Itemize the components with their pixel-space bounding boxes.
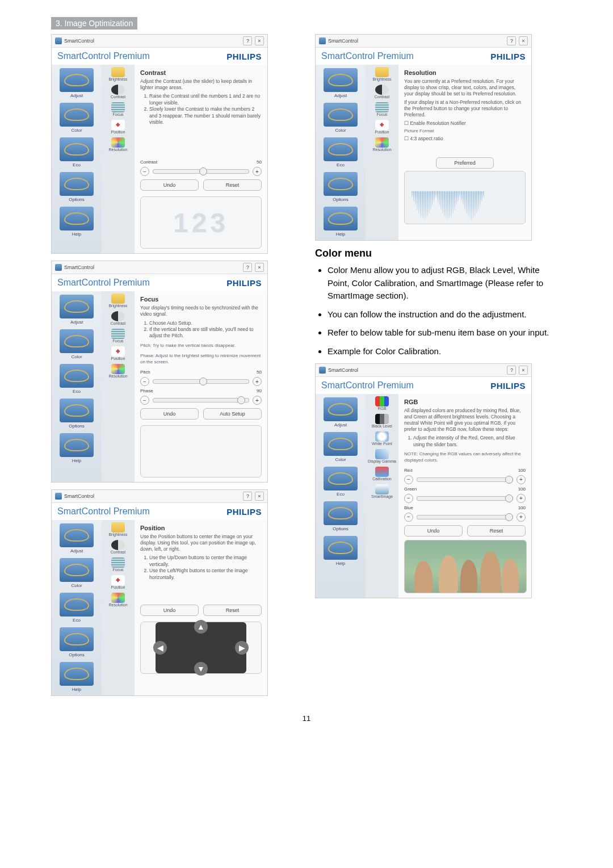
phase-label: Phase: [140, 388, 163, 393]
gamma-icon[interactable]: [375, 449, 389, 459]
reset-button[interactable]: Reset: [203, 179, 262, 191]
phase-slider[interactable]: [153, 398, 249, 402]
help-icon[interactable]: ?: [507, 36, 516, 45]
sidebar-options[interactable]: Options: [69, 423, 85, 429]
close-icon[interactable]: ×: [255, 36, 264, 45]
position-icon[interactable]: ✥: [111, 575, 125, 585]
sidebar-options[interactable]: Options: [333, 526, 349, 531]
sidebar-options[interactable]: Options: [69, 652, 85, 657]
preferred-button[interactable]: Preferred: [436, 157, 494, 169]
blue-slider[interactable]: [417, 515, 513, 519]
sidebar-help[interactable]: Help: [72, 687, 81, 692]
plus-button[interactable]: +: [517, 513, 526, 522]
focus-icon[interactable]: [111, 329, 125, 339]
undo-button[interactable]: Undo: [140, 408, 199, 420]
sidebar-eco[interactable]: Eco: [73, 389, 81, 394]
picture-format-label: Picture Format: [404, 128, 526, 134]
plus-button[interactable]: +: [253, 396, 262, 405]
resolution-icon[interactable]: [111, 593, 125, 603]
brightness-icon[interactable]: [111, 67, 125, 77]
focus-lead: Your display's timing needs to be synchr…: [140, 305, 262, 317]
sidebar-help[interactable]: Help: [72, 232, 81, 237]
focus-icon[interactable]: [111, 557, 125, 568]
sidebar-eco[interactable]: Eco: [337, 162, 345, 167]
close-icon[interactable]: ×: [519, 366, 528, 375]
close-icon[interactable]: ×: [519, 36, 528, 45]
brightness-icon[interactable]: [111, 522, 125, 532]
minus-button[interactable]: −: [404, 513, 413, 522]
sidebar-help[interactable]: Help: [336, 561, 345, 566]
down-button[interactable]: ▼: [194, 662, 208, 676]
white-point-icon[interactable]: [375, 431, 389, 442]
black-level-icon[interactable]: [375, 414, 389, 424]
close-icon[interactable]: ×: [255, 263, 264, 272]
undo-button[interactable]: Undo: [140, 605, 199, 616]
help-icon[interactable]: ?: [243, 263, 252, 272]
up-button[interactable]: ▲: [194, 620, 208, 634]
sidebar-color[interactable]: Color: [71, 583, 82, 588]
contrast-slider[interactable]: [153, 169, 249, 174]
sidebar-options[interactable]: Options: [69, 197, 85, 202]
red-slider[interactable]: [417, 477, 513, 482]
undo-button[interactable]: Undo: [404, 525, 463, 536]
sidebar-adjust[interactable]: Adjust: [70, 320, 83, 325]
plus-button[interactable]: +: [517, 475, 526, 484]
sidebar-color[interactable]: Color: [71, 354, 82, 359]
contrast-icon[interactable]: [375, 85, 389, 95]
contrast-lead: Adjust the Contrast (use the slider) to …: [140, 78, 262, 91]
sidebar-eco[interactable]: Eco: [73, 618, 81, 623]
contrast-icon[interactable]: [111, 85, 125, 95]
contrast-icon[interactable]: [111, 540, 125, 550]
plus-button[interactable]: +: [517, 494, 526, 503]
sidebar-adjust[interactable]: Adjust: [70, 548, 83, 553]
sidebar-adjust[interactable]: Adjust: [334, 422, 347, 427]
rgb-icon[interactable]: [375, 396, 389, 406]
calibration-icon[interactable]: [375, 467, 389, 477]
help-icon[interactable]: ?: [243, 36, 252, 45]
undo-button[interactable]: Undo: [140, 179, 199, 191]
sidebar-help[interactable]: Help: [72, 458, 81, 463]
sidebar-eco[interactable]: Eco: [73, 162, 81, 167]
sidebar-color[interactable]: Color: [335, 128, 346, 133]
brightness-icon[interactable]: [375, 67, 389, 77]
help-icon[interactable]: ?: [243, 492, 252, 501]
aspect-ratio-checkbox[interactable]: 4:3 aspect ratio: [404, 136, 526, 141]
sidebar-options[interactable]: Options: [333, 197, 349, 202]
minus-button[interactable]: −: [140, 377, 149, 386]
plus-button[interactable]: +: [253, 377, 262, 386]
smartimage-icon[interactable]: [375, 484, 389, 494]
contrast-icon[interactable]: [111, 311, 125, 321]
help-icon[interactable]: ?: [507, 366, 516, 375]
position-icon[interactable]: ✥: [375, 120, 389, 130]
sidebar-help[interactable]: Help: [336, 232, 345, 237]
rgb-lead: All displayed colors are produced by mix…: [404, 408, 526, 433]
sidebar-color[interactable]: Color: [335, 457, 346, 462]
position-icon[interactable]: ✥: [111, 346, 125, 357]
resolution-icon[interactable]: [375, 137, 389, 148]
focus-icon[interactable]: [375, 102, 389, 112]
right-button[interactable]: ▶: [235, 641, 249, 655]
reset-button[interactable]: Reset: [467, 525, 526, 536]
auto-setup-button[interactable]: Auto Setup: [203, 408, 262, 420]
brightness-icon[interactable]: [111, 293, 125, 304]
minus-button[interactable]: −: [140, 167, 149, 176]
minus-button[interactable]: −: [404, 494, 413, 503]
reset-button[interactable]: Reset: [203, 605, 262, 616]
sidebar-eco[interactable]: Eco: [337, 492, 345, 497]
minus-button[interactable]: −: [404, 475, 413, 484]
green-slider[interactable]: [417, 496, 513, 501]
left-button[interactable]: ◀: [153, 641, 167, 655]
sidebar-adjust[interactable]: Adjust: [70, 93, 83, 98]
resolution-icon[interactable]: [111, 364, 125, 374]
close-icon[interactable]: ×: [255, 492, 264, 501]
enable-notifier-checkbox[interactable]: Enable Resolution Notifier: [404, 120, 526, 126]
sidebar-adjust[interactable]: Adjust: [334, 93, 347, 98]
minus-button[interactable]: −: [140, 396, 149, 405]
resolution-icon[interactable]: [111, 137, 125, 148]
rgb-note: NOTE: Changing the RGB values can advers…: [404, 451, 526, 463]
position-icon[interactable]: ✥: [111, 120, 125, 130]
pitch-slider[interactable]: [153, 379, 249, 384]
focus-icon[interactable]: [111, 102, 125, 112]
plus-button[interactable]: +: [253, 167, 262, 176]
sidebar-color[interactable]: Color: [71, 128, 82, 133]
